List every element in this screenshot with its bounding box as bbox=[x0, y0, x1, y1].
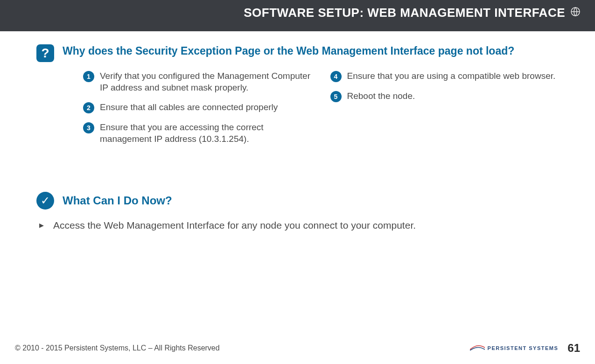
triangle-bullet-icon: ▶ bbox=[39, 222, 44, 229]
faq-question-text: Why does the Security Exception Page or … bbox=[63, 44, 514, 58]
copyright-text: © 2010 - 2015 Persistent Systems, LLC – … bbox=[15, 344, 220, 352]
step-number-badge: 4 bbox=[330, 71, 342, 82]
step-item: 3 Ensure that you are accessing the corr… bbox=[83, 122, 312, 145]
steps-column-left: 1 Verify that you configured the Managem… bbox=[83, 70, 312, 145]
step-text: Ensure that all cables are connected pro… bbox=[100, 102, 278, 113]
bullet-item: ▶ Access the Web Management Interface fo… bbox=[39, 220, 559, 231]
logo-text: PERSISTENT SYSTEMS bbox=[488, 345, 559, 351]
section-title: What Can I Do Now? bbox=[63, 194, 172, 207]
step-text: Ensure that you are using a compatible w… bbox=[347, 70, 556, 82]
step-item: 4 Ensure that you are using a compatible… bbox=[330, 70, 559, 82]
step-item: 1 Verify that you configured the Managem… bbox=[83, 70, 312, 93]
bullet-text: Access the Web Management Interface for … bbox=[53, 220, 416, 231]
header-title-text: SOFTWARE SETUP: WEB MANAGEMENT INTERFACE bbox=[244, 6, 565, 20]
what-can-i-do-section: ✓ What Can I Do Now? ▶ Access the Web Ma… bbox=[36, 192, 559, 231]
checkmark-icon: ✓ bbox=[36, 192, 54, 210]
page-content: ? Why does the Security Exception Page o… bbox=[0, 31, 595, 231]
header-title-row: SOFTWARE SETUP: WEB MANAGEMENT INTERFACE bbox=[244, 6, 581, 20]
step-text: Verify that you configured the Managemen… bbox=[100, 70, 312, 93]
step-item: 2 Ensure that all cables are connected p… bbox=[83, 102, 312, 113]
step-number-badge: 3 bbox=[83, 122, 94, 133]
page-number: 61 bbox=[567, 342, 580, 355]
logo-swoosh-icon bbox=[470, 345, 485, 351]
steps-column-right: 4 Ensure that you are using a compatible… bbox=[330, 70, 559, 145]
step-text: Reboot the node. bbox=[347, 91, 415, 102]
page-header: SOFTWARE SETUP: WEB MANAGEMENT INTERFACE bbox=[0, 0, 595, 31]
troubleshooting-steps: 1 Verify that you configured the Managem… bbox=[83, 70, 559, 145]
faq-question-row: ? Why does the Security Exception Page o… bbox=[36, 44, 559, 62]
company-logo: PERSISTENT SYSTEMS bbox=[470, 345, 559, 351]
page-footer: © 2010 - 2015 Persistent Systems, LLC – … bbox=[0, 342, 595, 355]
question-mark-icon: ? bbox=[36, 44, 54, 62]
step-number-badge: 1 bbox=[83, 71, 94, 82]
globe-swirl-icon bbox=[570, 6, 581, 20]
step-number-badge: 2 bbox=[83, 102, 94, 113]
section-heading-row: ✓ What Can I Do Now? bbox=[36, 192, 559, 210]
step-text: Ensure that you are accessing the correc… bbox=[100, 122, 312, 145]
footer-right-group: PERSISTENT SYSTEMS 61 bbox=[470, 342, 580, 355]
step-number-badge: 5 bbox=[330, 91, 342, 102]
step-item: 5 Reboot the node. bbox=[330, 91, 559, 102]
